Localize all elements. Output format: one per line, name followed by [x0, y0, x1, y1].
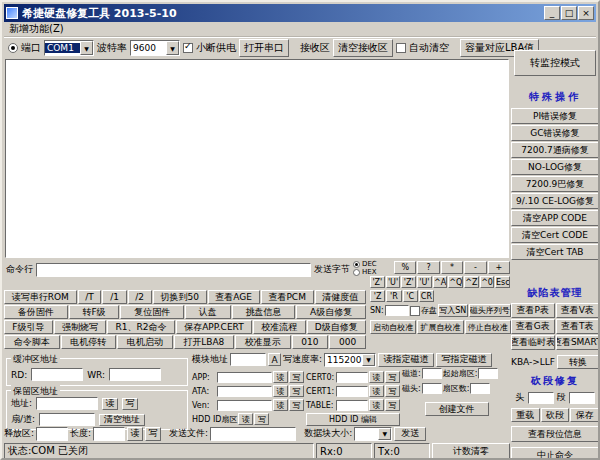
char-button[interactable]: ^Z [464, 276, 479, 288]
module-address-input[interactable] [230, 353, 266, 366]
head-input[interactable] [528, 392, 554, 404]
auto-clear-checkbox[interactable] [396, 43, 406, 53]
head-serial-button[interactable]: 磁头序列号 [469, 304, 511, 317]
clear-address-button[interactable]: 清空地址 [99, 414, 145, 426]
write-button[interactable]: 写 [254, 413, 269, 425]
module-a-button[interactable]: A [268, 353, 281, 366]
receive-area[interactable] [5, 59, 509, 258]
address-input[interactable] [36, 397, 98, 410]
function-button[interactable]: 电机停转 [61, 335, 117, 349]
write-button[interactable]: 写 [289, 371, 304, 383]
menu-new-features[interactable]: 新增功能(Z) [9, 22, 64, 36]
segment-input[interactable] [569, 392, 595, 404]
dropdown-arrow-icon[interactable]: ▼ [166, 41, 179, 55]
save-checkbox[interactable] [410, 306, 420, 316]
wr-input[interactable] [109, 368, 161, 381]
io-input[interactable] [336, 386, 368, 397]
cut-segment-button[interactable]: 重载 [511, 408, 540, 422]
power-checkbox[interactable]: ✓ [183, 43, 193, 53]
char-button[interactable]: + [488, 261, 510, 274]
write-button[interactable]: 写 [385, 371, 400, 383]
function-button[interactable]: /1 [102, 290, 126, 304]
write-speed-select[interactable]: 115200 ▼ [324, 353, 376, 367]
calibration-button[interactable]: 扩展自校准 [417, 320, 463, 334]
clear-recv-button[interactable]: 清空接收区 [333, 39, 393, 57]
char-button[interactable]: CR [419, 290, 434, 302]
function-button[interactable]: /T [78, 290, 102, 304]
function-button[interactable]: 复位固件 [120, 305, 184, 319]
function-button[interactable]: 电机启动 [117, 335, 173, 349]
function-button[interactable]: 010 [292, 335, 329, 349]
char-button[interactable]: 'Z' [401, 276, 416, 288]
calibration-button[interactable]: 停止自校准 [465, 320, 511, 334]
segment-info-button[interactable]: 查看段位信息 [511, 426, 599, 442]
write-button[interactable]: 写 [289, 399, 304, 411]
dropdown-arrow-icon[interactable]: ▼ [80, 41, 93, 55]
read-button[interactable]: 读 [238, 413, 253, 425]
release-area-input[interactable] [36, 427, 68, 441]
read-track-button[interactable]: 读指定磁道 [378, 353, 434, 367]
function-button[interactable]: 认盘 [185, 305, 231, 319]
create-file-button[interactable]: 创建文件 [425, 402, 489, 416]
function-button[interactable]: 切换到50 [153, 290, 207, 304]
dropdown-arrow-icon[interactable]: ▼ [362, 354, 375, 366]
io-input[interactable] [217, 400, 272, 411]
char-button[interactable]: 'Z' [370, 276, 385, 288]
write-button[interactable]: 写 [122, 398, 138, 410]
port-radio[interactable] [8, 43, 18, 53]
io-input[interactable] [217, 372, 272, 383]
cut-segment-button[interactable]: 保存 [570, 408, 599, 422]
special-op-button[interactable]: 7200.7通病修复 [511, 142, 599, 158]
cut-segment-button[interactable]: 砍段 [541, 408, 570, 422]
function-button[interactable]: F级引导 [4, 320, 53, 334]
char-button[interactable]: 'U' [386, 276, 401, 288]
dec-radio[interactable] [353, 261, 360, 268]
calibration-button[interactable]: 启动自校准 [370, 320, 416, 334]
special-op-button[interactable]: 清空Cert CODE [511, 227, 599, 243]
io-input[interactable] [217, 386, 272, 397]
read-button[interactable]: 读 [273, 399, 288, 411]
special-op-button[interactable]: 清空APP CODE [511, 210, 599, 226]
char-button[interactable]: 'C [403, 290, 418, 302]
write-button[interactable]: 写 [385, 385, 400, 397]
read-button[interactable]: 读 [273, 371, 288, 383]
write-button[interactable]: 写 [145, 427, 161, 441]
char-button[interactable]: 'R [386, 290, 401, 302]
sector-count-input[interactable] [470, 383, 490, 394]
start-sector-input[interactable] [478, 368, 498, 379]
function-button[interactable]: 命令脚本 [4, 335, 60, 349]
char-button[interactable]: * [441, 261, 463, 274]
send-file-input[interactable] [210, 427, 296, 441]
length-input[interactable] [93, 427, 125, 441]
function-button[interactable]: 转F级 [69, 305, 120, 319]
char-button[interactable]: ^0 [480, 276, 495, 288]
read-button[interactable]: 读 [369, 385, 384, 397]
function-button[interactable]: D级自修复 [307, 320, 367, 334]
hex-radio[interactable] [353, 269, 360, 276]
close-button[interactable]: × [578, 6, 594, 20]
function-button[interactable]: /2 [128, 290, 152, 304]
special-op-button[interactable]: GC错误修复 [511, 125, 599, 141]
char-button[interactable]: Esc [495, 276, 510, 288]
function-button[interactable]: 000 [329, 335, 366, 349]
char-button[interactable]: ^Q [448, 276, 463, 288]
io-input[interactable] [336, 372, 368, 383]
function-button[interactable]: 读写串行ROM [4, 290, 77, 304]
head-number-input[interactable] [422, 383, 442, 394]
char-button[interactable]: ^A [433, 276, 448, 288]
function-button[interactable]: 强制烧写 [54, 320, 107, 334]
function-button[interactable]: 查看PCM [261, 290, 314, 304]
char-button[interactable]: ? [417, 261, 439, 274]
special-op-button[interactable]: 7200.9巴修复 [511, 176, 599, 192]
abort-command-button[interactable]: 中止命令 [511, 447, 599, 460]
write-button[interactable]: 写 [385, 399, 400, 411]
read-button[interactable]: 读 [102, 398, 118, 410]
command-input[interactable] [36, 263, 311, 277]
function-button[interactable]: 校准显示 [235, 335, 291, 349]
write-sn-button[interactable]: 写入SN [438, 304, 468, 317]
port-select[interactable]: COM1 ▼ [44, 40, 94, 56]
function-button[interactable]: A级自修复 [296, 305, 366, 319]
dropdown-arrow-icon[interactable]: ▼ [378, 428, 391, 440]
function-button[interactable]: 校准流程 [253, 320, 306, 334]
read-button[interactable]: 读 [127, 427, 143, 441]
